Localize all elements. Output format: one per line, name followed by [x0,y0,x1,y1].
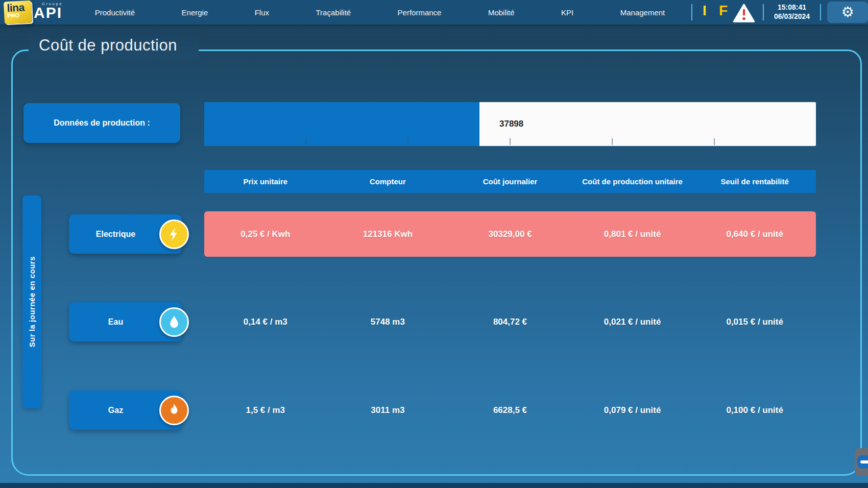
gaz-label: Gaz [108,406,123,415]
top-navigation-bar: lina PRO Groupe API Productivité Energie… [0,0,868,25]
production-data-button[interactable]: Données de production : [23,103,180,143]
eau-label: Eau [108,318,123,327]
slider-tick [510,138,511,145]
cell-value: 0,25 € / Kwh [204,211,327,257]
header-seuil-rentabilite: Seuil de rentabilité [693,170,816,193]
settings-button[interactable]: ⚙ [827,2,868,23]
cell-value: 3011 m3 [327,387,449,433]
cell-value: 6628,5 € [449,387,571,433]
cell-value: 0,079 € / unité [571,387,694,433]
nav-item-productivite[interactable]: Productivité [95,8,135,17]
cell-value: 0,021 € / unité [571,299,694,345]
header-compteur: Compteur [327,170,449,193]
header-prix-unitaire: Prix unitaire [204,170,327,193]
remote-access-glyph [857,455,868,469]
cell-value: 121316 Kwh [327,211,449,257]
groupe-api-logo: Groupe API [34,2,63,20]
slider-tick [612,138,613,145]
page-title-chip: Coût de production [29,32,199,59]
nav-item-mobilite[interactable]: Mobilité [488,8,515,17]
slider-tick [305,138,306,145]
cell-value: 0,100 € / unité [693,387,816,433]
nav-separator [763,4,764,20]
indicator-i: I [703,3,707,19]
remote-access-icon[interactable] [855,448,868,476]
gear-icon: ⚙ [841,5,854,19]
cell-value: 0,14 € / m3 [204,299,327,345]
lina-pro-logo: lina PRO [4,1,32,25]
slider-tick [407,138,408,145]
nav-item-kpi[interactable]: KPI [561,8,573,17]
water-drop-icon [159,307,189,337]
slider-fill [204,102,479,146]
slider-tick [714,138,715,145]
electrique-button[interactable]: Electrique [69,214,182,254]
alarm-warning-icon[interactable] [732,4,756,25]
table-row-gaz: 1,5 € / m3 3011 m3 6628,5 € 0,079 € / un… [204,387,816,433]
nav-item-management[interactable]: Management [620,8,665,17]
nav-item-energie[interactable]: Energie [182,8,208,17]
production-quantity-slider[interactable]: 37898 [204,102,816,146]
clock-date: 06/03/2024 [766,12,818,21]
lightning-icon [159,219,189,249]
nav-separator [691,4,692,20]
table-header: Prix unitaire Compteur Coût journalier C… [204,170,816,193]
table-row-eau: 0,14 € / m3 5748 m3 804,72 € 0,021 € / u… [204,299,816,345]
gaz-button[interactable]: Gaz [69,391,182,430]
cell-value: 1,5 € / m3 [204,387,327,433]
period-label-strip: Sur la journée en cours [22,196,41,408]
cell-value: 0,801 € / unité [571,211,694,257]
period-label: Sur la journée en cours [28,256,36,347]
page-title: Coût de production [39,36,177,55]
nav-separator [820,4,821,20]
header-cout-production-unitaire: Coût de production unitaire [571,170,694,193]
indicator-f: F [719,3,728,19]
nav-item-tracabilite[interactable]: Traçabilité [316,8,351,17]
header-cout-journalier: Coût journalier [449,170,571,193]
electrique-label: Electrique [96,230,135,239]
cell-value: 5748 m3 [327,299,449,345]
clock-time: 15:08:41 [766,3,818,12]
eau-button[interactable]: Eau [69,302,182,341]
cell-value: 0,640 € / unité [693,211,816,257]
cell-value: 0,015 € / unité [693,299,816,345]
dashboard: lina PRO Groupe API Productivité Energie… [0,0,868,488]
logo-pro-text: PRO [7,12,29,19]
logo-lina-text: lina [7,2,29,13]
main-nav: Productivité Energie Flux Traçabilité Pe… [71,0,688,25]
nav-item-flux[interactable]: Flux [255,8,269,17]
flame-icon [159,396,189,425]
clock: 15:08:41 06/03/2024 [766,3,818,21]
production-value: 37898 [499,102,523,146]
nav-item-performance[interactable]: Performance [398,8,442,17]
cell-value: 804,72 € [449,299,571,345]
table-row-electrique: 0,25 € / Kwh 121316 Kwh 30329,00 € 0,801… [204,211,816,257]
logo-api-text: API [34,6,63,20]
bottom-strip [0,483,868,488]
cell-value: 30329,00 € [449,211,571,257]
